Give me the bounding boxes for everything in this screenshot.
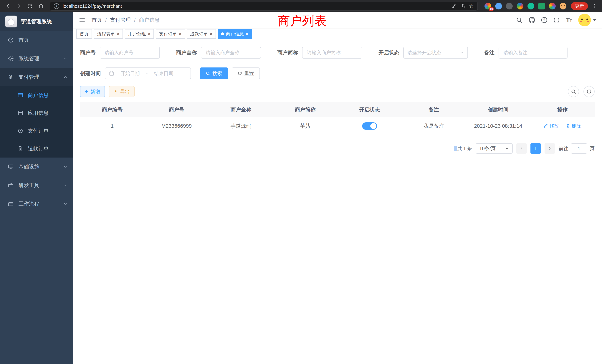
sidebar-item-home[interactable]: 首页 — [0, 31, 73, 49]
export-button[interactable]: 导出 — [109, 86, 135, 97]
yen-icon: ¥ — [7, 74, 14, 80]
address-bar[interactable]: i localhost:1024/pay/merchant ☆ — [50, 2, 478, 11]
navbar-actions: ? TT — [516, 14, 596, 26]
target-icon — [17, 128, 24, 134]
col-full-name: 商户全称 — [209, 102, 273, 117]
monitor-icon — [7, 163, 14, 170]
refresh-table-icon[interactable] — [583, 86, 595, 97]
delete-button[interactable]: 删除 — [566, 123, 581, 129]
sidebar-item-dev-tools[interactable]: 研发工具 — [0, 176, 73, 195]
merchant-no-input[interactable] — [100, 47, 160, 59]
merchant-fullname-input[interactable] — [201, 47, 261, 59]
end-date-input[interactable] — [150, 71, 177, 76]
edit-button[interactable]: 修改 — [544, 123, 559, 129]
merchant-shortname-input[interactable] — [302, 47, 362, 59]
reset-button[interactable]: 重置 — [232, 67, 260, 79]
tab-close-icon[interactable]: × — [179, 32, 182, 36]
col-status: 开启状态 — [337, 102, 402, 117]
page-content: 商户号 商户全称 商户简称 开启状态 请选择开启状态 — [73, 40, 602, 364]
add-button[interactable]: + 新增 — [80, 86, 105, 97]
col-merchant-id: 商户编号 — [80, 102, 144, 117]
sidebar-item-label: 支付订单 — [28, 127, 49, 134]
tab-pay-orders[interactable]: 支付订单 × — [156, 29, 185, 39]
status-toggle[interactable] — [362, 122, 377, 130]
github-icon[interactable] — [529, 17, 535, 23]
cell-short-name: 芋艿 — [273, 117, 337, 135]
goto-page-input[interactable] — [571, 143, 587, 154]
sidebar-item-app-info[interactable]: 应用信息 — [0, 104, 73, 122]
search-icon[interactable] — [516, 17, 522, 23]
extension-icon[interactable] — [517, 3, 523, 10]
tab-merchant-info[interactable]: 商户信息 × — [218, 29, 252, 39]
chevron-down-icon — [63, 165, 67, 169]
extension-icon[interactable] — [495, 3, 502, 10]
browser-forward-button[interactable] — [14, 1, 24, 11]
sidebar-fold-icon[interactable] — [79, 17, 86, 23]
refresh-icon — [238, 71, 242, 76]
breadcrumb-home[interactable]: 首页 — [92, 17, 102, 23]
home-icon — [38, 3, 44, 9]
remark-input[interactable] — [499, 47, 568, 59]
tab-close-icon[interactable]: × — [117, 32, 119, 36]
prev-page-button[interactable] — [516, 143, 527, 154]
toggle-search-icon[interactable] — [568, 86, 579, 97]
browser-update-button[interactable]: 更新 — [571, 2, 588, 10]
breadcrumb-separator: / — [134, 17, 136, 23]
sidebar-item-label: 工作流程 — [19, 200, 39, 207]
tab-close-icon[interactable]: × — [148, 32, 150, 36]
extension-icon[interactable]: 10 — [484, 3, 491, 10]
sidebar-item-payment[interactable]: ¥ 支付管理 — [0, 68, 73, 86]
browser-home-button[interactable] — [36, 1, 46, 11]
page-size-select[interactable]: 10条/页 — [476, 143, 513, 154]
tab-user-group[interactable]: 用户分组 × — [125, 29, 154, 39]
tab-close-icon[interactable]: × — [210, 32, 213, 36]
browser-profile-avatar[interactable] — [560, 3, 566, 10]
sidebar-item-system[interactable]: 系统管理 — [0, 49, 73, 68]
dashboard-icon — [7, 37, 14, 43]
page-number-button[interactable]: 1 — [530, 143, 541, 154]
user-menu[interactable] — [578, 14, 596, 26]
download-icon — [113, 89, 118, 94]
browser-menu-icon[interactable] — [589, 1, 599, 11]
browser-back-button[interactable] — [3, 1, 13, 11]
password-key-icon[interactable] — [451, 3, 456, 9]
date-range-picker[interactable]: - — [105, 67, 191, 79]
search-button[interactable]: 搜索 — [200, 67, 228, 79]
fullscreen-icon[interactable] — [553, 17, 560, 23]
sidebar-item-pay-orders[interactable]: 支付订单 — [0, 122, 73, 140]
tab-process-form[interactable]: 流程表单 × — [94, 29, 123, 39]
table-header-row: 商户编号 商户号 商户全称 商户简称 开启状态 备注 创建时间 操作 — [80, 102, 595, 117]
extension-icon[interactable] — [549, 3, 556, 10]
caret-down-icon — [593, 19, 596, 22]
breadcrumb-payment[interactable]: 支付管理 — [110, 17, 131, 23]
bookmark-star-icon[interactable]: ☆ — [469, 3, 474, 9]
merchant-shortname-label: 商户简称 — [277, 49, 298, 56]
tab-close-icon[interactable]: × — [246, 32, 248, 36]
sidebar-item-label: 退款订单 — [28, 145, 49, 152]
site-info-icon[interactable]: i — [54, 3, 59, 9]
extension-icon[interactable] — [506, 3, 513, 10]
pagination-total: 共 1 条 — [454, 145, 472, 152]
next-page-button[interactable] — [545, 143, 555, 154]
pen-icon — [544, 124, 548, 128]
app-logo[interactable]: 芋道管理系统 — [0, 12, 73, 31]
user-avatar — [578, 14, 591, 26]
sidebar-item-infrastructure[interactable]: 基础设施 — [0, 158, 73, 176]
extension-icon[interactable] — [527, 3, 534, 10]
cell-actions: 修改 删除 — [530, 117, 595, 135]
search-icon — [206, 71, 210, 76]
start-date-input[interactable] — [117, 71, 143, 76]
status-select[interactable]: 请选择开启状态 — [403, 47, 468, 59]
sidebar-item-workflow[interactable]: 工作流程 — [0, 195, 73, 213]
breadcrumb-separator: / — [105, 17, 107, 23]
help-icon[interactable]: ? — [541, 17, 547, 23]
tab-refund-orders[interactable]: 退款订单 × — [187, 29, 216, 39]
tab-home[interactable]: 首页 — [76, 29, 92, 39]
sidebar-item-merchant-info[interactable]: 商户信息 — [0, 86, 73, 104]
extension-icon[interactable] — [538, 3, 545, 10]
sidebar-item-refund-orders[interactable]: 退款订单 — [0, 140, 73, 158]
browser-reload-button[interactable] — [25, 1, 35, 11]
cell-remark: 我是备注 — [402, 117, 466, 135]
font-size-icon[interactable]: TT — [566, 17, 572, 23]
share-icon[interactable] — [460, 3, 465, 9]
